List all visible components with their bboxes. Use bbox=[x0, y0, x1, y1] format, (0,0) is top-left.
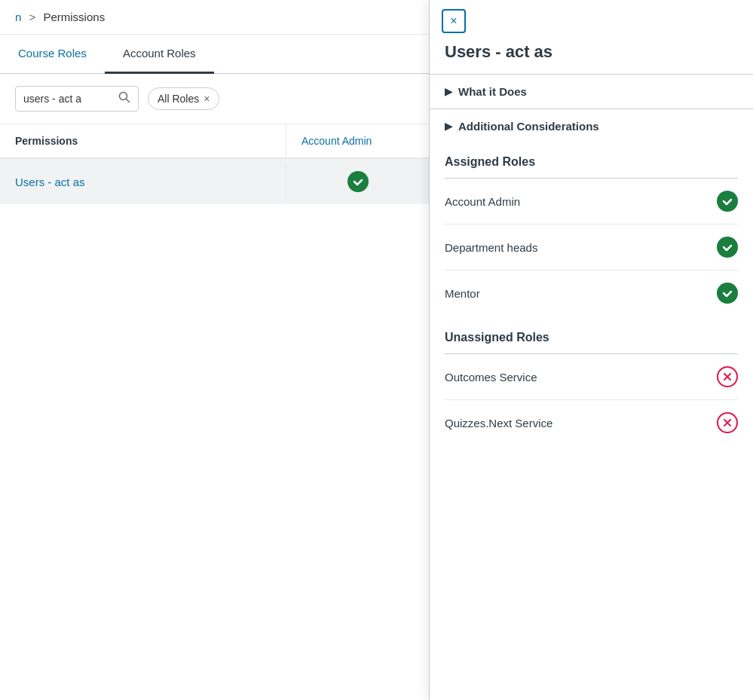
search-box bbox=[15, 86, 139, 112]
accordion-what-it-does: ▶ What it Does bbox=[430, 74, 753, 109]
filter-chip-label: All Roles bbox=[158, 93, 199, 105]
accordion-additional-label: Additional Considerations bbox=[458, 120, 599, 133]
tab-account-roles[interactable]: Account Roles bbox=[105, 35, 214, 74]
tabs-bar: Course Roles Account Roles bbox=[0, 35, 429, 74]
accordion-what-it-does-label: What it Does bbox=[458, 85, 527, 98]
col-account-admin-header[interactable]: Account Admin bbox=[286, 124, 429, 158]
assigned-roles-section: Assigned Roles Account Admin Department … bbox=[430, 143, 753, 316]
role-name: Outcomes Service bbox=[445, 371, 537, 384]
permission-name[interactable]: Users - act as bbox=[0, 164, 286, 200]
chevron-right-icon-2: ▶ bbox=[445, 121, 452, 132]
assigned-role-row: Mentor bbox=[445, 271, 738, 316]
filter-chip-remove[interactable]: × bbox=[204, 93, 210, 104]
detail-title: Users - act as bbox=[430, 36, 753, 74]
unassigned-roles-section: Unassigned Roles Outcomes Service Quizze… bbox=[430, 316, 753, 445]
close-button[interactable]: × bbox=[442, 9, 466, 33]
unassigned-roles-title: Unassigned Roles bbox=[445, 331, 738, 344]
unassigned-role-row: Quizzes.Next Service bbox=[445, 400, 738, 445]
role-name: Department heads bbox=[445, 241, 537, 254]
assigned-role-row: Department heads bbox=[445, 225, 738, 271]
col-permissions-header: Permissions bbox=[0, 124, 286, 158]
unassigned-roles-list: Outcomes Service Quizzes.Next Service bbox=[445, 354, 738, 445]
chevron-right-icon: ▶ bbox=[445, 86, 452, 97]
assigned-role-row: Account Admin bbox=[445, 179, 738, 225]
role-assigned-check-icon[interactable] bbox=[717, 283, 738, 304]
table-row: Users - act as bbox=[0, 159, 429, 204]
role-name: Account Admin bbox=[445, 195, 520, 208]
unassigned-role-row: Outcomes Service bbox=[445, 354, 738, 400]
role-name: Mentor bbox=[445, 287, 480, 300]
tab-course-roles[interactable]: Course Roles bbox=[0, 35, 105, 74]
permission-value-cell bbox=[286, 159, 429, 204]
filter-bar: All Roles × bbox=[0, 74, 429, 124]
role-assigned-check-icon[interactable] bbox=[717, 191, 738, 212]
detail-panel: × Users - act as ▶ What it Does ▶ Additi… bbox=[429, 0, 753, 700]
search-input[interactable] bbox=[23, 93, 114, 105]
breadcrumb-current: Permissions bbox=[43, 11, 105, 23]
role-unassigned-x-icon[interactable] bbox=[717, 412, 738, 433]
close-btn-wrap: × bbox=[430, 0, 753, 36]
assigned-roles-title: Assigned Roles bbox=[445, 155, 738, 169]
filter-chip: All Roles × bbox=[148, 87, 219, 110]
role-name: Quizzes.Next Service bbox=[445, 417, 553, 429]
role-unassigned-x-icon[interactable] bbox=[717, 366, 738, 387]
accordion-additional-considerations: ▶ Additional Considerations bbox=[430, 109, 753, 143]
assigned-roles-list: Account Admin Department heads Mentor bbox=[445, 179, 738, 316]
search-icon bbox=[118, 91, 130, 106]
breadcrumb-link[interactable]: n bbox=[15, 11, 21, 23]
breadcrumb: n > Permissions bbox=[0, 0, 429, 35]
accordion-what-it-does-header[interactable]: ▶ What it Does bbox=[430, 75, 753, 109]
table-header: Permissions Account Admin bbox=[0, 124, 429, 159]
assigned-check-icon[interactable] bbox=[347, 171, 369, 192]
main-panel: n > Permissions Course Roles Account Rol… bbox=[0, 0, 430, 700]
breadcrumb-separator: > bbox=[29, 11, 36, 23]
role-assigned-check-icon[interactable] bbox=[717, 237, 738, 258]
accordion-additional-considerations-header[interactable]: ▶ Additional Considerations bbox=[430, 109, 753, 143]
svg-line-1 bbox=[127, 99, 130, 102]
